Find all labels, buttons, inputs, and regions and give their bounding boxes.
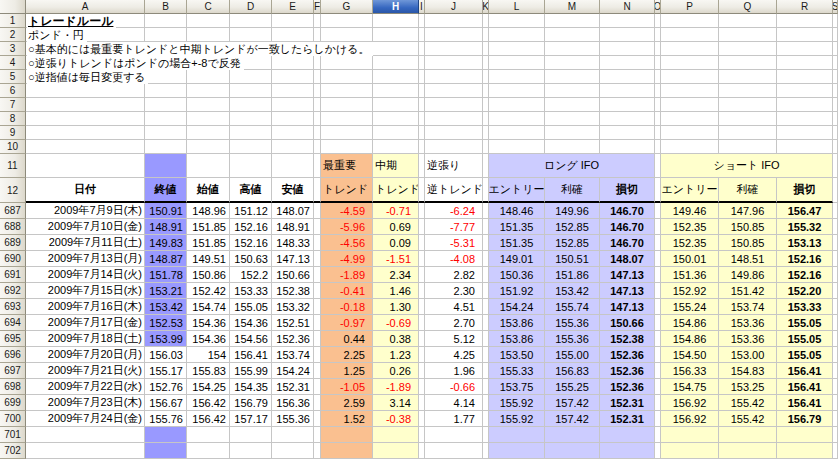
long-entry-cell[interactable]: 153.50 [489, 347, 545, 363]
cell-D8[interactable] [230, 112, 272, 126]
short-entry-cell[interactable]: 150.01 [661, 251, 719, 267]
short-stop-cell[interactable]: 153.13 [777, 235, 833, 251]
cell-B7[interactable] [145, 98, 187, 112]
trend-mid-cell[interactable]: -0.71 [373, 203, 419, 219]
cell-Q7[interactable] [719, 98, 777, 112]
cell-L1[interactable] [489, 14, 545, 28]
cell-S701[interactable] [833, 427, 838, 443]
high-cell[interactable]: 155.05 [230, 299, 272, 315]
cell-B702[interactable] [145, 443, 187, 459]
column-header-S[interactable]: S [833, 0, 838, 14]
cell-L9[interactable] [489, 126, 545, 140]
cell-E11[interactable] [272, 154, 314, 178]
row-header-696[interactable]: 696 [0, 347, 26, 363]
cell-N702[interactable] [600, 443, 655, 459]
header-group-long-ifo[interactable]: ロング IFO [489, 154, 655, 178]
cell-J6[interactable] [425, 84, 483, 98]
date-cell[interactable]: 2009年7月15日(水) [26, 283, 145, 299]
contrarian-cell[interactable]: 5.12 [425, 331, 483, 347]
short-entry-cell[interactable]: 154.86 [661, 315, 719, 331]
header-trend-main-line2[interactable]: トレンド [321, 178, 373, 203]
cell-F702[interactable] [314, 443, 321, 459]
cell-L5[interactable] [489, 70, 545, 84]
short-profit-cell[interactable]: 153.25 [719, 379, 777, 395]
column-header-P[interactable]: P [661, 0, 719, 14]
long-stop-cell[interactable]: 147.13 [600, 267, 655, 283]
cell-B1[interactable] [145, 14, 187, 28]
cell-R1[interactable] [777, 14, 833, 28]
date-cell[interactable]: 2009年7月14日(火) [26, 267, 145, 283]
contrarian-cell[interactable]: -6.24 [425, 203, 483, 219]
cell-F5[interactable] [314, 70, 321, 84]
cell-P701[interactable] [661, 427, 719, 443]
long-stop-cell[interactable]: 152.36 [600, 347, 655, 363]
cell-G10[interactable] [321, 140, 373, 154]
cell-Q6[interactable] [719, 84, 777, 98]
cell-S3[interactable] [833, 42, 838, 56]
cell-N2[interactable] [600, 28, 655, 42]
cell-B10[interactable] [145, 140, 187, 154]
header-contrarian-line1[interactable]: 逆張り [425, 154, 483, 178]
date-cell[interactable]: 2009年7月23日(木) [26, 395, 145, 411]
cell-C8[interactable] [187, 112, 230, 126]
cell-S689[interactable] [833, 235, 838, 251]
cell-G2[interactable] [321, 28, 373, 42]
long-entry-cell[interactable]: 154.24 [489, 299, 545, 315]
cell-G6[interactable] [321, 84, 373, 98]
cell-D701[interactable] [230, 427, 272, 443]
trend-main-cell[interactable]: 2.25 [321, 347, 373, 363]
open-cell[interactable]: 154.25 [187, 379, 230, 395]
cell-J1[interactable] [425, 14, 483, 28]
cell-M2[interactable] [545, 28, 600, 42]
close-cell[interactable]: 148.87 [145, 251, 187, 267]
short-entry-cell[interactable]: 156.92 [661, 395, 719, 411]
row-header-8[interactable]: 8 [0, 112, 26, 126]
row-header-3[interactable]: 3 [0, 42, 26, 56]
column-header-G[interactable]: G [321, 0, 373, 14]
short-profit-cell[interactable]: 150.85 [719, 219, 777, 235]
cell-P6[interactable] [661, 84, 719, 98]
date-cell[interactable]: 2009年7月11日(土) [26, 235, 145, 251]
cell-S687[interactable] [833, 203, 838, 219]
cell-H5[interactable] [373, 70, 419, 84]
column-header-M[interactable]: M [545, 0, 600, 14]
header-long-entry[interactable]: エントリー [489, 178, 545, 203]
cell-F9[interactable] [314, 126, 321, 140]
high-cell[interactable]: 150.63 [230, 251, 272, 267]
row-header-699[interactable]: 699 [0, 395, 26, 411]
row-header-4[interactable]: 4 [0, 56, 26, 70]
contrarian-cell[interactable]: -7.77 [425, 219, 483, 235]
row-header-6[interactable]: 6 [0, 84, 26, 98]
trend-mid-cell[interactable]: 1.23 [373, 347, 419, 363]
high-cell[interactable]: 157.17 [230, 411, 272, 427]
cell-E4[interactable] [272, 56, 314, 70]
open-cell[interactable]: 149.51 [187, 251, 230, 267]
short-stop-cell[interactable]: 156.47 [777, 203, 833, 219]
cell-P2[interactable] [661, 28, 719, 42]
cell-S700[interactable] [833, 411, 838, 427]
low-cell[interactable]: 152.36 [272, 331, 314, 347]
long-entry-cell[interactable]: 155.92 [489, 395, 545, 411]
cell-J9[interactable] [425, 126, 483, 140]
high-cell[interactable]: 156.41 [230, 347, 272, 363]
cell-S688[interactable] [833, 219, 838, 235]
contrarian-cell[interactable]: 4.25 [425, 347, 483, 363]
contrarian-cell[interactable]: 2.82 [425, 267, 483, 283]
row-header-1[interactable]: 1 [0, 14, 26, 28]
short-entry-cell[interactable]: 152.92 [661, 283, 719, 299]
long-profit-cell[interactable]: 155.25 [545, 379, 600, 395]
cell-M9[interactable] [545, 126, 600, 140]
long-entry-cell[interactable]: 151.92 [489, 283, 545, 299]
row-header-5[interactable]: 5 [0, 70, 26, 84]
cell-M8[interactable] [545, 112, 600, 126]
trend-mid-cell[interactable]: 1.30 [373, 299, 419, 315]
short-entry-cell[interactable]: 154.75 [661, 379, 719, 395]
cell-F687[interactable] [314, 203, 321, 219]
long-profit-cell[interactable]: 157.42 [545, 395, 600, 411]
short-entry-cell[interactable]: 149.46 [661, 203, 719, 219]
short-stop-cell[interactable]: 153.33 [777, 299, 833, 315]
header-contrarian-line2[interactable]: 逆トレンド [425, 178, 483, 203]
cell-C2[interactable] [187, 28, 230, 42]
column-header-E[interactable]: E [272, 0, 314, 14]
contrarian-cell[interactable]: 2.70 [425, 315, 483, 331]
